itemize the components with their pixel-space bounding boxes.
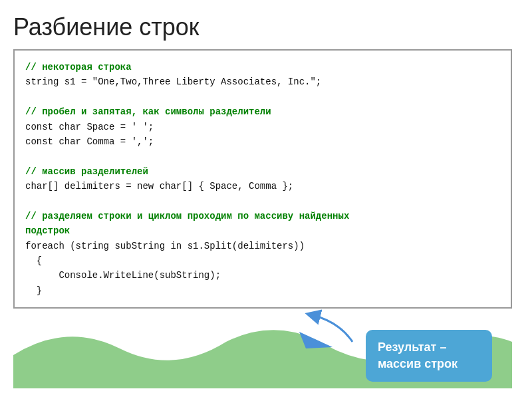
page-title: Разбиение строк xyxy=(13,13,512,41)
code-line-3 xyxy=(25,90,500,104)
result-bubble: Результат – массив строк xyxy=(366,330,492,382)
code-line-1: // некоторая строка xyxy=(25,60,500,74)
bottom-area: Результат – массив строк xyxy=(13,309,512,388)
code-line-11: // разделяем строки и циклом проходим по… xyxy=(25,209,500,223)
code-line-13: foreach (string subString in s1.Split(de… xyxy=(25,239,500,253)
code-line-8: // массив разделителей xyxy=(25,164,500,179)
code-line-15: Console.WriteLine(subString); xyxy=(25,268,500,283)
code-line-14: { xyxy=(25,253,500,268)
code-box: // некоторая строка string s1 = "One,Two… xyxy=(13,49,512,309)
code-line-5: const char Space = ' '; xyxy=(25,120,500,134)
code-line-16: } xyxy=(25,283,500,298)
result-bubble-text: Результат – массив строк xyxy=(378,340,458,370)
code-line-9: char[] delimiters = new char[] { Space, … xyxy=(25,179,500,194)
arrow-icon xyxy=(299,309,366,348)
page-container: Разбиение строк // некоторая строка stri… xyxy=(0,0,532,399)
code-line-6: const char Comma = ','; xyxy=(25,134,500,149)
code-line-7 xyxy=(25,149,500,164)
code-line-2: string s1 = "One,Two,Three Liberty Assoc… xyxy=(25,74,500,89)
code-line-12: подстрок xyxy=(25,223,500,238)
code-line-4: // пробел и запятая, как символы раздели… xyxy=(25,104,500,119)
code-line-10 xyxy=(25,194,500,209)
